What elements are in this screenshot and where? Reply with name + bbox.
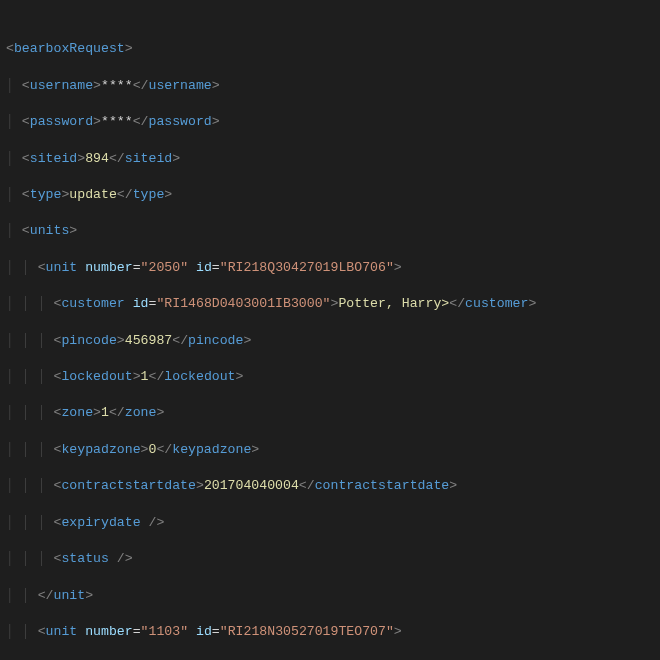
code-line: │ │ │ <contractstartdate>201704040004</c… (6, 477, 660, 495)
code-line: │ │ │ <customer id="RI1468D0403001IB3000… (6, 295, 660, 313)
code-line: │ │ │ <keypadzone>0</keypadzone> (6, 441, 660, 459)
code-line: │ <units> (6, 222, 660, 240)
tag-customer: customer (61, 296, 124, 311)
code-line: │ <password>****</password> (6, 113, 660, 131)
unit0-customer-id: RI1468D0403001IB3000 (164, 296, 322, 311)
tag-units: units (30, 223, 70, 238)
unit1-id: RI218N30527019TEO707 (228, 624, 386, 639)
tag-password: password (30, 114, 93, 129)
tag-contractstartdate: contractstartdate (61, 478, 196, 493)
code-line: │ │ │ <pincode>456987</pincode> (6, 332, 660, 350)
tag-bearboxRequest: bearboxRequest (14, 41, 125, 56)
tag-unit: unit (46, 260, 78, 275)
unit0-id: RI218Q30427019LBO706 (228, 260, 386, 275)
unit0-pincode: 456987 (125, 333, 172, 348)
tag-expirydate: expirydate (61, 515, 140, 530)
unit0-zone: 1 (101, 405, 109, 420)
tag-unit: unit (46, 624, 78, 639)
siteid-value: 894 (85, 151, 109, 166)
tag-keypadzone: keypadzone (61, 442, 140, 457)
code-line: │ │ │ <status /> (6, 550, 660, 568)
code-line: │ │ <unit number="2050" id="RI218Q304270… (6, 259, 660, 277)
unit0-customer-value: Potter, Harry> (338, 296, 449, 311)
code-line: │ │ │ <lockedout>1</lockedout> (6, 368, 660, 386)
tag-lockedout: lockedout (61, 369, 132, 384)
unit0-number: 2050 (148, 260, 180, 275)
code-line: │ │ │ <zone>1</zone> (6, 404, 660, 422)
unit1-number: 1103 (148, 624, 180, 639)
type-value: update (69, 187, 116, 202)
code-line: │ │ │ <expirydate /> (6, 514, 660, 532)
unit0-contractstartdate: 201704040004 (204, 478, 299, 493)
tag-zone: zone (61, 405, 93, 420)
username-value: **** (101, 78, 133, 93)
tag-username: username (30, 78, 93, 93)
tag-siteid: siteid (30, 151, 77, 166)
code-line: │ │ </unit> (6, 587, 660, 605)
code-line: │ <username>****</username> (6, 77, 660, 95)
code-line: │ <siteid>894</siteid> (6, 150, 660, 168)
code-line: │ │ <unit number="1103" id="RI218N305270… (6, 623, 660, 641)
tag-status: status (61, 551, 108, 566)
code-line: <bearboxRequest> (6, 40, 660, 58)
password-value: **** (101, 114, 133, 129)
tag-type: type (30, 187, 62, 202)
tag-pincode: pincode (61, 333, 116, 348)
code-line: │ <type>update</type> (6, 186, 660, 204)
